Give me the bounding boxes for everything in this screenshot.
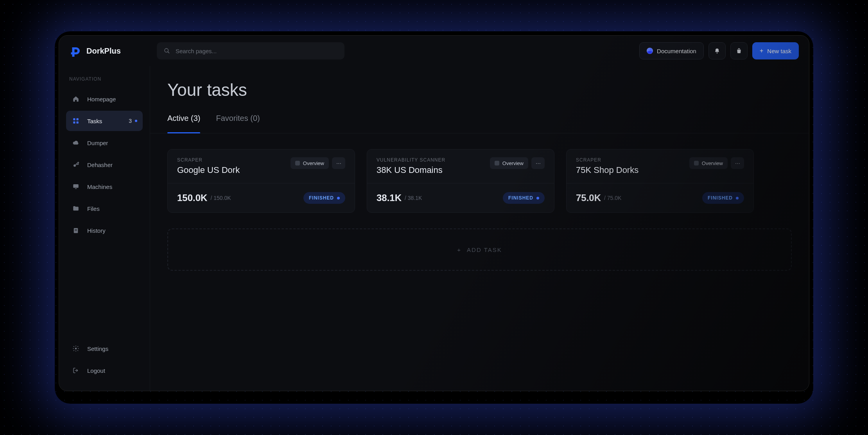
cloud-icon: [72, 139, 80, 146]
sidebar-item-label: Dumper: [87, 140, 108, 146]
sidebar-item-dehasher[interactable]: Dehasher: [66, 155, 143, 175]
task-name: Google US Dork: [177, 165, 240, 175]
task-name: 75K Shop Dorks: [576, 165, 638, 175]
ellipsis-icon: ⋯: [336, 160, 341, 166]
globe-icon: [647, 48, 653, 54]
task-stat: 38.1K: [377, 192, 402, 203]
svg-rect-11: [75, 229, 77, 230]
task-stat: 150.0K: [177, 192, 207, 203]
overview-label: Overview: [303, 160, 324, 166]
task-card: SCRAPER Google US Dork Overview ⋯: [167, 149, 355, 213]
history-icon: [72, 227, 80, 234]
task-stat-total: / 75.0K: [604, 195, 621, 201]
tab-active[interactable]: Active (3): [167, 114, 200, 133]
status-dot-icon: [337, 197, 340, 200]
svg-rect-8: [73, 184, 79, 188]
task-status-label: FINISHED: [508, 195, 533, 201]
documentation-button[interactable]: Documentation: [639, 42, 704, 59]
task-card: VULNERABILITY SCANNER 38K US Domains Ove…: [367, 149, 554, 213]
topbar: DorkPlus Documentation: [59, 36, 809, 66]
add-task-label: ADD TASK: [467, 246, 502, 253]
logout-icon: [72, 367, 80, 374]
task-stat-total: / 38.1K: [405, 195, 422, 201]
app-window: DorkPlus Documentation: [59, 35, 809, 391]
overview-button[interactable]: Overview: [490, 157, 528, 169]
svg-rect-4: [77, 118, 79, 120]
overview-label: Overview: [502, 160, 524, 166]
overview-button[interactable]: Overview: [291, 157, 329, 169]
gear-icon: [72, 345, 80, 352]
overview-icon: [694, 161, 699, 165]
ellipsis-icon: ⋯: [735, 160, 740, 166]
overview-button[interactable]: Overview: [689, 157, 728, 169]
svg-rect-6: [77, 122, 79, 124]
status-dot-icon: [736, 197, 739, 200]
tabs: Active (3) Favorites (0): [150, 100, 809, 133]
sidebar-item-homepage[interactable]: Homepage: [66, 89, 143, 109]
task-cards: SCRAPER Google US Dork Overview ⋯: [150, 133, 809, 228]
card-more-button[interactable]: ⋯: [332, 157, 345, 169]
task-status: FINISHED: [303, 192, 345, 204]
sidebar-item-label: Logout: [87, 367, 105, 374]
home-icon: [72, 95, 80, 102]
store-button[interactable]: [730, 42, 748, 59]
task-name: 38K US Domains: [377, 165, 445, 175]
brand[interactable]: DorkPlus: [69, 45, 147, 57]
brand-name: DorkPlus: [86, 47, 121, 56]
sidebar: NAVIGATION Homepage Tasks 3: [59, 66, 150, 391]
task-status: FINISHED: [702, 192, 744, 204]
sidebar-tasks-badge: 3: [129, 118, 137, 124]
sidebar-item-label: Tasks: [87, 118, 102, 124]
svg-point-13: [75, 348, 77, 350]
sidebar-section-label: NAVIGATION: [69, 76, 140, 82]
notifications-button[interactable]: [708, 42, 726, 59]
svg-rect-3: [73, 118, 75, 120]
sidebar-item-dumper[interactable]: Dumper: [66, 133, 143, 153]
sidebar-item-history[interactable]: History: [66, 220, 143, 241]
task-kicker: VULNERABILITY SCANNER: [377, 157, 445, 163]
sidebar-item-label: Files: [87, 205, 100, 212]
sidebar-item-machines[interactable]: Machines: [66, 176, 143, 197]
task-status: FINISHED: [503, 192, 545, 204]
svg-rect-5: [73, 122, 75, 124]
sidebar-item-label: History: [87, 227, 106, 234]
new-task-button[interactable]: + New task: [752, 42, 799, 59]
sidebar-item-logout[interactable]: Logout: [66, 360, 143, 381]
ellipsis-icon: ⋯: [536, 160, 541, 166]
key-icon: [72, 161, 80, 168]
svg-line-1: [168, 52, 169, 53]
status-dot-icon: [536, 197, 539, 200]
tab-favorites[interactable]: Favorites (0): [216, 114, 260, 133]
monitor-icon: [72, 183, 80, 190]
main-content: Your tasks Active (3) Favorites (0) SCRA…: [150, 66, 809, 391]
svg-rect-9: [75, 189, 77, 189]
svg-point-2: [717, 52, 718, 54]
svg-rect-12: [75, 230, 77, 231]
card-more-button[interactable]: ⋯: [731, 157, 744, 169]
search-box[interactable]: [157, 42, 344, 59]
sidebar-item-settings[interactable]: Settings: [66, 338, 143, 359]
new-task-label: New task: [767, 48, 791, 54]
sidebar-item-label: Homepage: [87, 96, 116, 102]
sidebar-item-label: Settings: [87, 345, 108, 352]
add-task-button[interactable]: + ADD TASK: [167, 228, 792, 271]
card-more-button[interactable]: ⋯: [531, 157, 545, 169]
sidebar-item-tasks[interactable]: Tasks 3: [66, 111, 143, 131]
task-status-label: FINISHED: [708, 195, 733, 201]
dot-indicator-icon: [135, 120, 137, 122]
task-kicker: SCRAPER: [177, 157, 240, 163]
task-status-label: FINISHED: [309, 195, 334, 201]
body: NAVIGATION Homepage Tasks 3: [59, 66, 809, 391]
sidebar-tasks-count: 3: [129, 118, 132, 124]
search-input[interactable]: [176, 48, 337, 54]
svg-point-7: [74, 164, 76, 167]
page-header: Your tasks: [150, 66, 809, 100]
overview-icon: [295, 161, 300, 165]
bell-icon: [714, 48, 720, 54]
overview-label: Overview: [702, 160, 723, 166]
sidebar-item-files[interactable]: Files: [66, 198, 143, 219]
plus-icon: +: [760, 48, 763, 54]
documentation-label: Documentation: [657, 48, 696, 54]
task-card: SCRAPER 75K Shop Dorks Overview ⋯: [566, 149, 754, 213]
task-stat: 75.0K: [576, 192, 601, 203]
